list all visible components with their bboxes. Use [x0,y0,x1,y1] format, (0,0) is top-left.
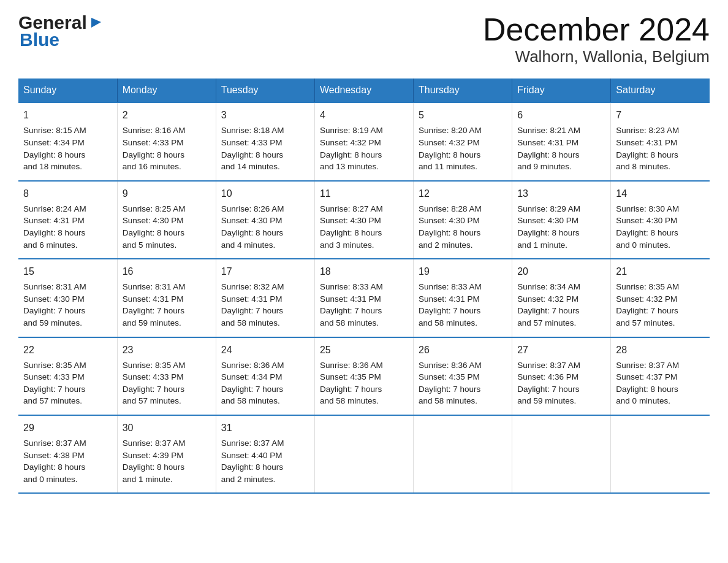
day-number: 13 [517,186,605,201]
header-wednesday: Wednesday [314,79,413,102]
day-info: Sunrise: 8:24 AMSunset: 4:31 PMDaylight:… [23,203,112,251]
header-friday: Friday [512,79,611,102]
day-number: 5 [419,108,507,122]
day-info: Sunrise: 8:29 AMSunset: 4:30 PMDaylight:… [517,203,605,251]
calendar-cell: 4Sunrise: 8:19 AMSunset: 4:32 PMDaylight… [314,102,413,180]
day-info: Sunrise: 8:20 AMSunset: 4:32 PMDaylight:… [419,124,507,172]
day-number: 6 [517,108,605,122]
header-thursday: Thursday [414,79,512,102]
calendar-cell: 6Sunrise: 8:21 AMSunset: 4:31 PMDaylight… [512,102,611,180]
calendar-cell: 20Sunrise: 8:34 AMSunset: 4:32 PMDayligh… [512,259,611,337]
day-number: 28 [616,343,705,357]
calendar-cell: 28Sunrise: 8:37 AMSunset: 4:37 PMDayligh… [611,337,710,415]
day-number: 4 [320,108,408,122]
day-info: Sunrise: 8:33 AMSunset: 4:31 PMDaylight:… [419,281,507,329]
calendar-week-row: 1Sunrise: 8:15 AMSunset: 4:34 PMDaylight… [18,102,710,180]
calendar-cell: 27Sunrise: 8:37 AMSunset: 4:36 PMDayligh… [512,337,611,415]
calendar-cell: 24Sunrise: 8:36 AMSunset: 4:34 PMDayligh… [216,337,314,415]
day-info: Sunrise: 8:19 AMSunset: 4:32 PMDaylight:… [320,124,408,172]
day-info: Sunrise: 8:28 AMSunset: 4:30 PMDaylight:… [419,203,507,251]
day-number: 20 [517,264,605,278]
calendar-cell: 30Sunrise: 8:37 AMSunset: 4:39 PMDayligh… [117,415,216,493]
title-block: December 2024 Walhorn, Wallonia, Belgium [483,12,710,66]
calendar-cell: 10Sunrise: 8:26 AMSunset: 4:30 PMDayligh… [216,181,314,259]
day-number: 29 [23,421,112,435]
day-number: 14 [616,186,705,201]
calendar-cell: 12Sunrise: 8:28 AMSunset: 4:30 PMDayligh… [414,181,512,259]
header-tuesday: Tuesday [216,79,314,102]
day-info: Sunrise: 8:33 AMSunset: 4:31 PMDaylight:… [320,281,408,329]
day-number: 19 [419,264,507,278]
day-info: Sunrise: 8:36 AMSunset: 4:34 PMDaylight:… [221,359,309,407]
calendar-cell: 7Sunrise: 8:23 AMSunset: 4:31 PMDaylight… [611,102,710,180]
day-number: 8 [23,186,112,201]
day-info: Sunrise: 8:31 AMSunset: 4:30 PMDaylight:… [23,281,112,329]
calendar-cell: 11Sunrise: 8:27 AMSunset: 4:30 PMDayligh… [314,181,413,259]
calendar-week-row: 29Sunrise: 8:37 AMSunset: 4:38 PMDayligh… [18,415,710,493]
day-info: Sunrise: 8:30 AMSunset: 4:30 PMDaylight:… [616,203,705,251]
page-title: December 2024 [483,12,710,47]
calendar-cell: 1Sunrise: 8:15 AMSunset: 4:34 PMDaylight… [18,102,117,180]
page-subtitle: Walhorn, Wallonia, Belgium [483,47,710,66]
day-info: Sunrise: 8:16 AMSunset: 4:33 PMDaylight:… [123,124,211,172]
day-number: 25 [320,343,408,357]
calendar-week-row: 15Sunrise: 8:31 AMSunset: 4:30 PMDayligh… [18,259,710,337]
day-info: Sunrise: 8:23 AMSunset: 4:31 PMDaylight:… [616,124,705,172]
calendar-cell [414,415,512,493]
day-number: 17 [221,264,309,278]
page-header: General Blue December 2024 Walhorn, Wall… [18,12,710,66]
day-info: Sunrise: 8:21 AMSunset: 4:31 PMDaylight:… [517,124,605,172]
day-number: 10 [221,186,309,201]
day-info: Sunrise: 8:37 AMSunset: 4:38 PMDaylight:… [23,437,112,485]
day-number: 31 [221,421,309,435]
calendar-header-row: SundayMondayTuesdayWednesdayThursdayFrid… [18,79,710,102]
day-number: 23 [123,343,211,357]
calendar-cell: 3Sunrise: 8:18 AMSunset: 4:33 PMDaylight… [216,102,314,180]
day-info: Sunrise: 8:34 AMSunset: 4:32 PMDaylight:… [517,281,605,329]
day-info: Sunrise: 8:26 AMSunset: 4:30 PMDaylight:… [221,203,309,251]
day-number: 21 [616,264,705,278]
calendar-cell: 9Sunrise: 8:25 AMSunset: 4:30 PMDaylight… [117,181,216,259]
header-sunday: Sunday [18,79,117,102]
day-number: 16 [123,264,211,278]
day-number: 7 [616,108,705,122]
logo: General Blue [18,12,102,50]
day-number: 9 [123,186,211,201]
calendar-cell: 23Sunrise: 8:35 AMSunset: 4:33 PMDayligh… [117,337,216,415]
day-info: Sunrise: 8:37 AMSunset: 4:40 PMDaylight:… [221,437,309,485]
day-number: 2 [123,108,211,122]
calendar-cell: 22Sunrise: 8:35 AMSunset: 4:33 PMDayligh… [18,337,117,415]
day-number: 11 [320,186,408,201]
day-number: 15 [23,264,112,278]
logo-triangle-icon [89,15,102,29]
day-number: 24 [221,343,309,357]
calendar-cell: 31Sunrise: 8:37 AMSunset: 4:40 PMDayligh… [216,415,314,493]
calendar-cell: 17Sunrise: 8:32 AMSunset: 4:31 PMDayligh… [216,259,314,337]
header-saturday: Saturday [611,79,710,102]
calendar-cell: 13Sunrise: 8:29 AMSunset: 4:30 PMDayligh… [512,181,611,259]
header-monday: Monday [117,79,216,102]
svg-marker-0 [91,18,101,28]
calendar-cell: 5Sunrise: 8:20 AMSunset: 4:32 PMDaylight… [414,102,512,180]
day-number: 26 [419,343,507,357]
day-number: 30 [123,421,211,435]
logo-blue-text: Blue [18,29,102,50]
calendar-week-row: 22Sunrise: 8:35 AMSunset: 4:33 PMDayligh… [18,337,710,415]
calendar-cell: 2Sunrise: 8:16 AMSunset: 4:33 PMDaylight… [117,102,216,180]
calendar-table: SundayMondayTuesdayWednesdayThursdayFrid… [18,79,710,494]
day-info: Sunrise: 8:35 AMSunset: 4:33 PMDaylight:… [123,359,211,407]
calendar-cell: 15Sunrise: 8:31 AMSunset: 4:30 PMDayligh… [18,259,117,337]
calendar-cell: 8Sunrise: 8:24 AMSunset: 4:31 PMDaylight… [18,181,117,259]
day-number: 1 [23,108,112,122]
calendar-cell [611,415,710,493]
calendar-cell: 21Sunrise: 8:35 AMSunset: 4:32 PMDayligh… [611,259,710,337]
day-number: 12 [419,186,507,201]
day-info: Sunrise: 8:27 AMSunset: 4:30 PMDaylight:… [320,203,408,251]
day-number: 22 [23,343,112,357]
day-info: Sunrise: 8:31 AMSunset: 4:31 PMDaylight:… [123,281,211,329]
day-info: Sunrise: 8:35 AMSunset: 4:32 PMDaylight:… [616,281,705,329]
day-number: 18 [320,264,408,278]
calendar-cell: 25Sunrise: 8:36 AMSunset: 4:35 PMDayligh… [314,337,413,415]
calendar-cell: 29Sunrise: 8:37 AMSunset: 4:38 PMDayligh… [18,415,117,493]
day-info: Sunrise: 8:37 AMSunset: 4:39 PMDaylight:… [123,437,211,485]
